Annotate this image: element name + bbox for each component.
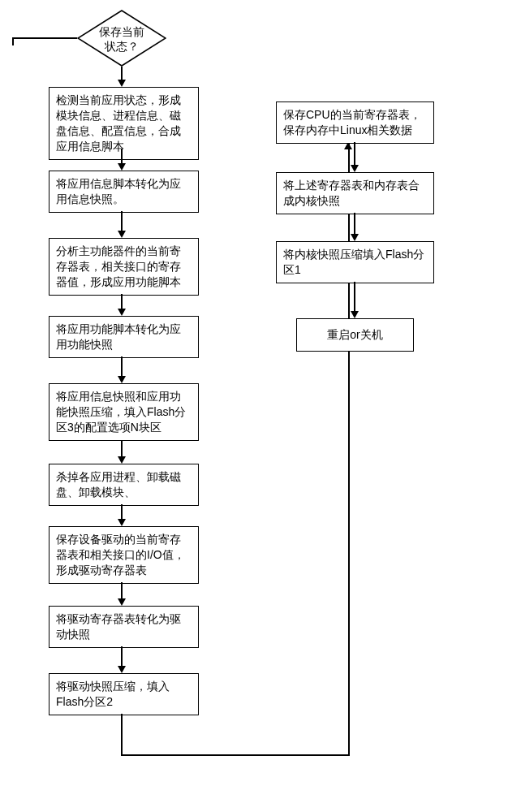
step-kill-processes: 杀掉各应用进程、卸载磁盘、卸载模块、 [49, 464, 199, 506]
step-text: 将内核快照压缩填入Flash分区1 [283, 248, 424, 276]
step-text: 分析主功能器件的当前寄存器表，相关接口的寄存器值，形成应用功能脚本 [56, 244, 181, 288]
edge-decision-left-down [12, 37, 14, 45]
step-restart-shutdown: 重启or关机 [296, 318, 414, 352]
edge-s9-down [121, 714, 123, 754]
step-convert-app-info: 将应用信息脚本转化为应用信息快照。 [49, 171, 199, 213]
step-text: 保存设备驱动的当前寄存器表和相关接口的I/O值，形成驱动寄存器表 [56, 533, 185, 577]
edge-r1-r2-head [351, 165, 359, 172]
edge-s7-s8-head [118, 598, 126, 606]
edge-s8-s9-head [118, 666, 126, 673]
edge-s2-s3-head [118, 231, 126, 238]
step-compress-flash3: 将应用信息快照和应用功能快照压缩，填入Flash分区3的配置选项N块区 [49, 383, 199, 441]
edge-d1-s1-head [118, 80, 126, 87]
step-save-cpu-registers: 保存CPU的当前寄存器表，保存内存中Linux相关数据 [276, 102, 434, 144]
step-convert-driver-snapshot: 将驱动寄存器表转化为驱动快照 [49, 606, 199, 648]
edge-s3-s4-head [118, 309, 126, 316]
step-detect-app-state: 检测当前应用状态，形成模块信息、进程信息、磁盘信息、配置信息，合成应用信息脚本 [49, 87, 199, 160]
step-text: 将驱动寄存器表转化为驱动快照 [56, 612, 181, 641]
step-compress-flash2: 将驱动快照压缩，填入Flash分区2 [49, 673, 199, 715]
step-text: 检测当前应用状态，形成模块信息、进程信息、磁盘信息、配置信息，合成应用信息脚本 [56, 93, 181, 153]
edge-r2-r3-head [351, 234, 359, 241]
step-text: 将上述寄存器表和内存表合成内核快照 [283, 179, 420, 207]
step-text: 将驱动快照压缩，填入Flash分区2 [56, 680, 170, 708]
edge-s1-s2-head [118, 163, 126, 171]
edge-s9-right [121, 754, 348, 756]
step-analyze-registers: 分析主功能器件的当前寄存器表，相关接口的寄存器值，形成应用功能脚本 [49, 238, 199, 296]
edge-s4-s5-head [118, 376, 126, 383]
step-text: 将应用功能脚本转化为应用功能快照 [56, 322, 181, 351]
step-text: 重启or关机 [327, 328, 382, 341]
edge-s9-up [348, 142, 350, 756]
step-merge-kernel-snapshot: 将上述寄存器表和内存表合成内核快照 [276, 172, 434, 214]
edge-decision-left [12, 37, 77, 39]
edge-r3-r4-head [351, 311, 359, 318]
step-save-driver-registers: 保存设备驱动的当前寄存器表和相关接口的I/O值，形成驱动寄存器表 [49, 526, 199, 584]
edge-s5-s6-head [118, 456, 126, 464]
step-compress-flash1: 将内核快照压缩填入Flash分区1 [276, 241, 434, 283]
decision-save-state: 保存当前状态？ [77, 10, 166, 67]
edge-r3-r4 [354, 282, 355, 314]
step-text: 将应用信息脚本转化为应用信息快照。 [56, 177, 181, 205]
step-text: 杀掉各应用进程、卸载磁盘、卸载模块、 [56, 470, 181, 499]
edge-s6-s7-head [118, 519, 126, 526]
step-text: 将应用信息快照和应用功能快照压缩，填入Flash分区3的配置选项N块区 [56, 390, 186, 434]
step-text: 保存CPU的当前寄存器表，保存内存中Linux相关数据 [283, 108, 421, 136]
decision-label: 保存当前状态？ [77, 25, 166, 54]
step-convert-func-snapshot: 将应用功能脚本转化为应用功能快照 [49, 316, 199, 358]
